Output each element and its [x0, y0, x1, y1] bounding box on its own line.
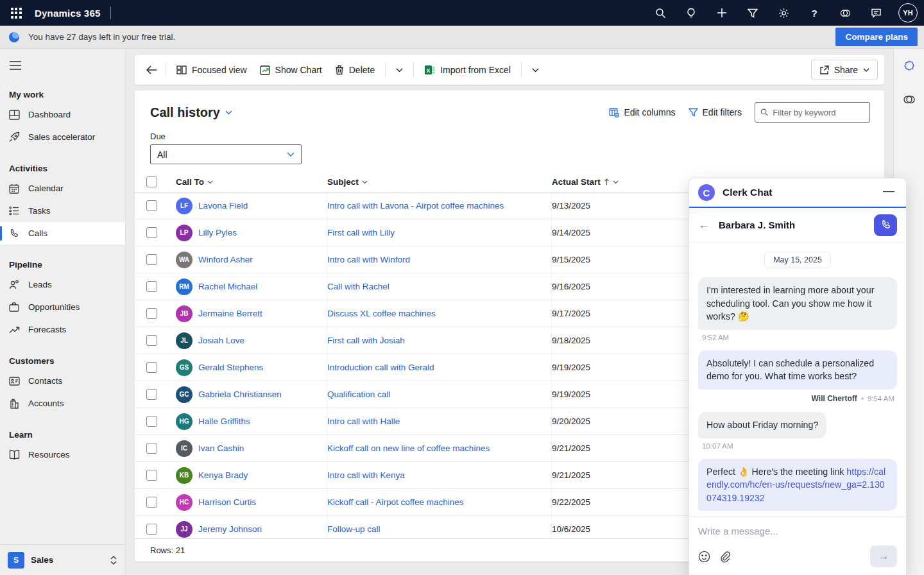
call-to-link[interactable]: Ivan Cashin [198, 443, 244, 453]
search-icon[interactable] [649, 2, 671, 24]
delete-button[interactable]: Delete [329, 61, 381, 79]
call-to-link[interactable]: Josiah Love [198, 336, 244, 345]
subject-link[interactable]: Follow-up call [327, 524, 381, 534]
call-to-link[interactable]: Harrison Curtis [198, 497, 256, 507]
sidebar-item-tasks[interactable]: Tasks [0, 200, 125, 222]
call-to-link[interactable]: Winford Asher [198, 255, 253, 264]
row-checkbox[interactable] [146, 254, 157, 265]
emoji-picker-icon[interactable] [698, 551, 710, 563]
help-icon[interactable]: ? [803, 2, 825, 24]
actual-start-value: 9/21/2025 [552, 470, 590, 480]
copilot-rail-icon[interactable] [900, 90, 919, 109]
actual-start-value: 9/18/2025 [552, 336, 590, 345]
call-to-link[interactable]: Gerald Stephens [198, 363, 263, 372]
subject-link[interactable]: Intro call with Winford [327, 255, 410, 264]
contact-avatar: HC [176, 494, 193, 511]
copilot-icon[interactable] [834, 2, 856, 24]
row-checkbox[interactable] [146, 362, 157, 373]
lightbulb-icon[interactable] [680, 2, 702, 24]
row-checkbox[interactable] [146, 524, 157, 535]
due-dropdown[interactable]: All [150, 144, 302, 164]
sidebar-section-title: Customers [0, 350, 125, 370]
send-message-button[interactable]: → [870, 545, 897, 567]
row-checkbox[interactable] [146, 308, 157, 319]
row-checkbox[interactable] [146, 497, 157, 508]
minimize-chat-button[interactable]: — [880, 184, 897, 202]
subject-link[interactable]: Call with Rachel [327, 282, 389, 291]
subject-link[interactable]: Introduction call with Gerald [327, 363, 434, 372]
subject-link[interactable]: Qualification call [327, 390, 390, 399]
column-header-subject[interactable]: Subject [327, 177, 552, 187]
toolbar-divider [166, 63, 166, 77]
row-checkbox[interactable] [146, 281, 157, 292]
more-commands-overflow-button[interactable] [526, 64, 545, 76]
sidebar-item-calendar[interactable]: Calendar [0, 177, 125, 200]
call-contact-button[interactable] [874, 214, 897, 236]
sidebar-item-sales-accelerator[interactable]: Sales accelerator [0, 126, 125, 148]
call-to-link[interactable]: Lilly Pyles [198, 228, 237, 237]
attachment-icon[interactable] [719, 551, 731, 563]
subject-link[interactable]: Kickoff call - Airpot coffee machines [327, 497, 464, 507]
sidebar-item-label: Dashboard [28, 110, 71, 119]
chat-back-button[interactable]: ← [698, 218, 710, 232]
share-button[interactable]: Share [811, 60, 878, 80]
clerk-app-icon[interactable] [900, 56, 919, 76]
call-to-link[interactable]: Kenya Brady [198, 470, 248, 480]
chevron-down-icon [362, 180, 368, 184]
subject-link[interactable]: Kickoff call on new line of coffee machi… [327, 443, 490, 453]
compare-plans-button[interactable]: Compare plans [835, 28, 918, 46]
subject-link[interactable]: Intro call with Halle [327, 416, 400, 426]
row-checkbox[interactable] [146, 416, 157, 427]
meeting-link[interactable]: https://calendly.com/hc/en-us/requests/n… [706, 467, 886, 503]
subject-link[interactable]: First call with Lilly [327, 228, 395, 237]
feedback-icon[interactable] [865, 2, 887, 24]
sidebar-item-resources[interactable]: Resources [0, 443, 125, 466]
row-checkbox[interactable] [146, 200, 157, 211]
call-to-link[interactable]: Jeremy Johnson [198, 524, 262, 534]
call-to-link[interactable]: Gabriela Christiansen [198, 390, 282, 399]
subject-link[interactable]: Intro call with Lavona - Airpot coffee m… [327, 201, 504, 210]
user-avatar[interactable]: YH [898, 3, 918, 22]
area-switcher[interactable]: S Sales [0, 544, 125, 575]
row-checkbox[interactable] [146, 335, 157, 346]
subject-link[interactable]: Intro call with Kenya [327, 470, 405, 480]
call-to-link[interactable]: Halle Griffiths [198, 416, 250, 426]
menu-toggle-icon[interactable] [3, 53, 28, 78]
sidebar-item-leads[interactable]: Leads [0, 273, 125, 296]
row-checkbox[interactable] [146, 227, 157, 238]
message-input[interactable] [698, 526, 897, 536]
row-checkbox[interactable] [146, 470, 157, 481]
keyword-filter [755, 102, 870, 123]
filter-icon[interactable] [742, 2, 764, 24]
sidebar-item-forecasts[interactable]: Forecasts [0, 318, 125, 341]
row-checkbox[interactable] [146, 443, 157, 454]
call-to-link[interactable]: Jermaine Berrett [198, 309, 262, 318]
subject-link[interactable]: Discuss XL coffee machines [327, 309, 436, 318]
row-checkbox[interactable] [146, 389, 157, 400]
show-chart-button[interactable]: Show Chart [253, 61, 329, 79]
focused-view-button[interactable]: Focused view [170, 61, 253, 79]
keyword-filter-input[interactable] [773, 108, 864, 117]
back-button[interactable] [141, 60, 162, 80]
view-selector[interactable]: Call history [150, 105, 232, 120]
waffle-icon[interactable] [5, 2, 27, 24]
more-commands-button[interactable] [389, 64, 409, 76]
plus-icon[interactable] [711, 2, 733, 24]
import-from-excel-button[interactable]: X Import from Excel [418, 61, 517, 79]
edit-columns-button[interactable]: Edit columns [609, 107, 675, 117]
trial-message: You have 27 days left in your free trial… [28, 32, 175, 42]
sidebar-item-opportunities[interactable]: Opportunities [0, 296, 125, 318]
edit-filters-button[interactable]: Edit filters [689, 107, 742, 117]
gear-icon[interactable] [773, 2, 794, 24]
sidebar-item-contacts[interactable]: Contacts [0, 370, 125, 392]
share-icon [819, 65, 829, 74]
column-header-call-to[interactable]: Call To [176, 177, 327, 187]
call-to-link[interactable]: Rachel Michael [198, 282, 257, 291]
sidebar-item-dashboard[interactable]: Dashboard [0, 103, 125, 126]
select-all-checkbox[interactable] [146, 176, 157, 187]
subject-link[interactable]: First call with Josiah [327, 336, 405, 345]
sidebar-item-accounts[interactable]: Accounts [0, 392, 125, 415]
sidebar-item-calls[interactable]: Calls [0, 222, 125, 245]
edit-columns-icon [609, 108, 619, 117]
call-to-link[interactable]: Lavona Field [198, 201, 248, 210]
